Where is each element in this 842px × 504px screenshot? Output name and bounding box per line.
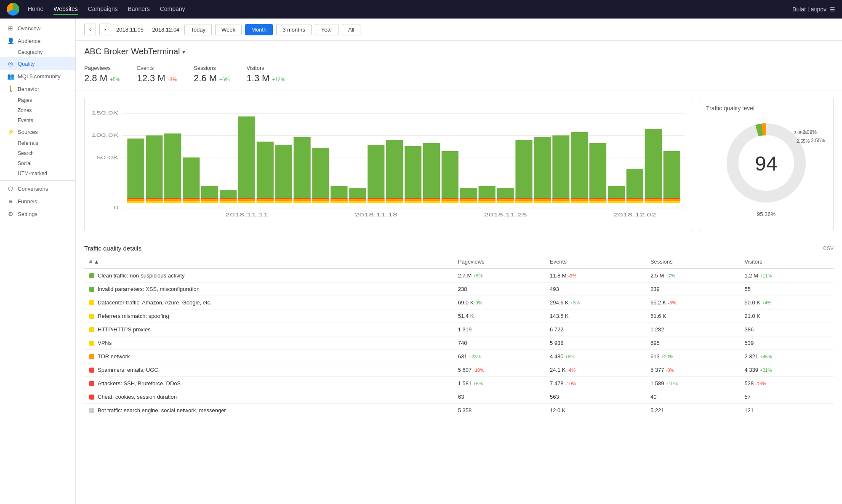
svg-rect-37: [257, 201, 274, 203]
page-title-text: ABC Broker WebTerminal: [84, 47, 180, 56]
sidebar-item-audience[interactable]: 👤 Audience: [0, 35, 75, 47]
date-btn-all[interactable]: All: [342, 24, 360, 35]
table-cell-value: 51.6 K: [645, 309, 740, 323]
svg-rect-107: [571, 198, 588, 199]
sidebar-item-pages[interactable]: Pages: [0, 95, 75, 105]
table-row: Attackers: SSH, Bruteforce, DDoS 1 581+6…: [84, 377, 834, 390]
svg-rect-10: [127, 199, 144, 201]
svg-rect-87: [479, 198, 496, 199]
donut-title: Traffic quality level: [706, 105, 826, 112]
sidebar-item-sources[interactable]: ⚡ Sources: [0, 125, 75, 138]
svg-rect-76: [442, 151, 458, 203]
row-color-indicator: [89, 395, 94, 400]
sidebar-item-funnels[interactable]: ≡ Funnels: [0, 195, 75, 208]
svg-text:2018.11.18: 2018.11.18: [354, 212, 397, 217]
table-cell-value: 2.7 M+5%: [453, 269, 545, 283]
svg-rect-102: [552, 199, 569, 201]
svg-rect-75: [423, 198, 440, 199]
svg-rect-18: [164, 199, 181, 201]
nav-home[interactable]: Home: [28, 4, 43, 15]
table-cell-name: Bot traffic: search engine, social netwo…: [84, 404, 453, 417]
svg-rect-44: [294, 137, 311, 203]
svg-rect-70: [405, 199, 421, 201]
table-cell-value: 740: [453, 336, 545, 350]
date-btn-today[interactable]: Today: [184, 24, 212, 35]
sidebar-item-settings[interactable]: ⚙ Settings: [0, 208, 75, 220]
sidebar-item-search[interactable]: Search: [0, 148, 75, 158]
col-header-num[interactable]: # ▲: [84, 255, 453, 269]
table-row: Clean traffic: non-suspicious activity 2…: [84, 269, 834, 283]
settings-icon: ⚙: [7, 211, 14, 217]
svg-rect-116: [626, 169, 643, 203]
nav-company[interactable]: Company: [160, 4, 185, 15]
table-cell-value: 51.4 K: [453, 309, 545, 323]
table-cell-name: Cheat: cookies, session duration: [84, 390, 453, 404]
svg-rect-63: [368, 198, 384, 199]
nav-banners[interactable]: Banners: [128, 4, 150, 15]
col-header-events[interactable]: Events: [545, 255, 645, 269]
sidebar-item-social[interactable]: Social: [0, 158, 75, 168]
date-prev-button[interactable]: ‹: [84, 24, 96, 35]
col-header-pageviews[interactable]: Pageviews: [453, 255, 545, 269]
date-toolbar: ‹ › 2018.11.05 — 2018.12.04 Today Week M…: [76, 19, 842, 41]
date-btn-week[interactable]: Week: [215, 24, 242, 35]
sidebar-item-behavior[interactable]: 🚶 Behavior: [0, 83, 75, 95]
metric-visitors: Visitors 1.3 M +12%: [246, 65, 285, 84]
svg-rect-43: [275, 198, 292, 199]
metric-pageviews: Pageviews 2.8 M +5%: [84, 65, 120, 84]
nav-campaigns[interactable]: Campaigns: [88, 4, 118, 15]
table-header-row: Traffic quality details CSV: [84, 238, 834, 255]
row-color-indicator: [89, 314, 94, 319]
sidebar-label-funnels: Funnels: [18, 198, 37, 205]
col-header-visitors[interactable]: Visitors: [739, 255, 834, 269]
sidebar-item-quality[interactable]: ◎ Quality: [0, 57, 75, 70]
table-cell-value: 4 339+31%: [739, 363, 834, 377]
svg-rect-66: [386, 199, 403, 201]
row-color-indicator: [89, 368, 94, 373]
sidebar-item-zones[interactable]: Zones: [0, 105, 75, 115]
svg-rect-111: [589, 198, 606, 199]
date-btn-year[interactable]: Year: [315, 24, 338, 35]
sidebar-item-events[interactable]: Events: [0, 115, 75, 125]
user-menu-icon[interactable]: ☰: [830, 6, 835, 13]
table-cell-value: 21.0 K: [739, 309, 834, 323]
sidebar-item-geography[interactable]: Geography: [0, 47, 75, 57]
svg-rect-15: [146, 198, 163, 199]
svg-rect-98: [534, 199, 551, 201]
sidebar-item-utm[interactable]: UTM-marked: [0, 168, 75, 179]
col-header-sessions[interactable]: Sessions: [645, 255, 740, 269]
sidebar-item-referrals[interactable]: Referrals: [0, 138, 75, 148]
table-cell-value: 69.0 K0%: [453, 296, 545, 309]
sidebar-item-conversions[interactable]: ⬡ Conversions: [0, 182, 75, 195]
sidebar-label-behavior: Behavior: [18, 86, 39, 92]
table-cell-name: Invalid parameters: XSS, misconfiguratio…: [84, 283, 453, 296]
svg-rect-22: [183, 199, 200, 201]
svg-rect-69: [405, 201, 421, 203]
audience-icon: 👤: [7, 37, 14, 44]
svg-rect-117: [626, 201, 643, 203]
sidebar-item-overview[interactable]: ⊞ Overview: [0, 22, 75, 35]
svg-rect-118: [626, 199, 643, 201]
sidebar-item-mql5[interactable]: 👥 MQL5.community: [0, 70, 75, 83]
csv-button[interactable]: CSV: [823, 245, 834, 251]
date-btn-month[interactable]: Month: [245, 24, 273, 35]
svg-rect-58: [349, 199, 366, 201]
svg-rect-65: [386, 201, 403, 203]
nav-websites[interactable]: Websites: [53, 4, 77, 15]
table-cell-value: 1 589+10%: [645, 377, 740, 390]
svg-rect-61: [368, 201, 384, 203]
date-btn-3months[interactable]: 3 months: [276, 24, 311, 35]
date-range-display: 2018.11.05 — 2018.12.04: [116, 27, 179, 33]
sidebar-label-overview: Overview: [18, 25, 40, 32]
metric-visitors-value: 1.3 M +12%: [246, 73, 285, 84]
sidebar-label-conversions: Conversions: [18, 186, 48, 192]
donut-bottom-label: 95.36%: [757, 211, 775, 217]
svg-rect-55: [330, 198, 347, 199]
page-title[interactable]: ABC Broker WebTerminal ▾: [84, 47, 834, 56]
date-next-button[interactable]: ›: [99, 24, 111, 35]
svg-rect-122: [645, 199, 662, 201]
table-cell-value: 6 722: [545, 323, 645, 336]
svg-rect-78: [442, 199, 458, 201]
row-name: Invalid parameters: XSS, misconfiguratio…: [89, 286, 448, 292]
svg-text:94: 94: [755, 152, 777, 175]
